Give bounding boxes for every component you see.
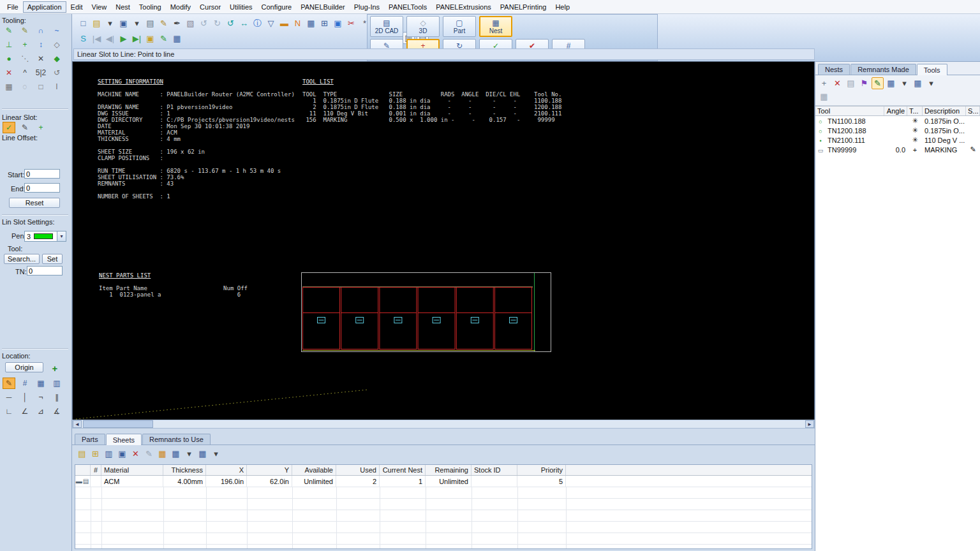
print-icon[interactable]: ▤ — [144, 17, 156, 29]
tool-row[interactable]: ○ TN1200.188 ✳ 0.1875in O... — [815, 126, 980, 135]
arc-slot-icon[interactable]: ∩ — [34, 25, 47, 36]
header-thickness[interactable]: Thickness — [163, 465, 206, 475]
header-type[interactable]: T... — [907, 107, 923, 115]
grid-fine-icon[interactable]: ▦ — [34, 378, 47, 389]
menu-view[interactable]: View — [87, 1, 112, 13]
sheet-view-arrow-icon[interactable]: ▾ — [183, 448, 195, 460]
sheet-group-icon[interactable]: ▦ — [197, 448, 209, 460]
set-tool-button[interactable]: Set — [42, 254, 63, 264]
pen-select[interactable]: 3 ▾ — [24, 231, 66, 242]
rotate-ccw-icon[interactable]: ↺ — [225, 17, 237, 29]
slot-pencil-alt-icon[interactable]: ✎ — [19, 25, 31, 36]
tab-remnants-to-use[interactable]: Remnants to Use — [142, 434, 211, 444]
tab-sheets[interactable]: Sheets — [106, 434, 142, 445]
header-x[interactable]: X — [206, 465, 247, 475]
point-tool-icon[interactable]: ● — [3, 53, 15, 64]
menu-panelextrusions[interactable]: PANELExtrusions — [431, 1, 496, 13]
header-tool[interactable]: Tool — [815, 107, 884, 115]
delete-tool-icon[interactable]: ✕ — [831, 77, 843, 89]
table-tool-icon[interactable]: ▦ — [171, 33, 183, 45]
info-icon[interactable]: ⓘ — [251, 17, 264, 29]
tool-filter-arrow-icon[interactable]: ▾ — [925, 77, 937, 89]
appbtn-2d-cad[interactable]: ▤2D CAD — [370, 16, 403, 37]
filter-icon[interactable]: ▽ — [265, 17, 277, 29]
slot-pencil-icon[interactable]: ✎ — [3, 25, 15, 36]
tool-row[interactable]: • TN2100.111 ✳ 110 Deg V ... — [815, 135, 980, 145]
menu-utilities[interactable]: Utilities — [225, 1, 256, 13]
menu-help[interactable]: Help — [551, 1, 574, 13]
header-angle[interactable]: Angle — [884, 107, 907, 115]
peak-tool-icon[interactable]: ^ — [19, 67, 31, 78]
edit-pencil-icon[interactable]: ✎ — [158, 17, 170, 29]
header-material[interactable]: Material — [101, 465, 163, 475]
nav-prev-icon[interactable]: ◀| — [104, 33, 116, 45]
menu-panelprinting[interactable]: PANELPrinting — [496, 1, 551, 13]
diamond-tool-icon[interactable]: ◆ — [50, 53, 63, 64]
diamond-slot-icon[interactable]: ◇ — [50, 39, 63, 50]
sheet-view-icon[interactable]: ▦ — [170, 448, 182, 460]
header-num[interactable]: # — [91, 465, 101, 475]
tn-input[interactable] — [27, 266, 63, 276]
nest-letter-icon[interactable]: N — [292, 17, 304, 29]
window-icon[interactable]: ▣ — [332, 17, 344, 29]
header-description[interactable]: Description — [923, 107, 966, 115]
sheet-color-icon[interactable]: ▦ — [156, 448, 168, 460]
scrollbar-thumb[interactable] — [83, 420, 153, 428]
stamp-icon[interactable]: ▧ — [184, 17, 197, 29]
undo-icon[interactable]: ↺ — [198, 17, 210, 29]
menu-tooling[interactable]: Tooling — [135, 1, 166, 13]
parallel-lines-icon[interactable]: ∥ — [50, 392, 63, 403]
menu-nest[interactable]: Nest — [111, 1, 135, 13]
menu-plug-ins[interactable]: Plug-Ins — [350, 1, 384, 13]
new-sheet-icon[interactable]: ⊞ — [89, 448, 101, 460]
pen-green-icon[interactable]: ✎ — [158, 33, 170, 45]
edit-slot-icon[interactable]: ✎ — [19, 122, 31, 133]
grid-shade-icon[interactable]: ▥ — [50, 378, 63, 389]
tool-preview-icon[interactable]: ▦ — [818, 91, 830, 103]
header-s[interactable]: S... — [966, 107, 980, 115]
tool-row[interactable]: ▭ TN99999 0.0 + MARKING ✎ — [815, 145, 980, 154]
grid-snap-icon[interactable]: # — [19, 378, 31, 389]
circle-tool-icon[interactable]: ◌ — [19, 81, 31, 92]
spline-tool-icon[interactable]: S — [77, 33, 89, 45]
draw-tooling-icon[interactable]: ✎ — [872, 77, 884, 89]
menu-cursor[interactable]: Cursor — [195, 1, 225, 13]
corner-line-icon[interactable]: ¬ — [34, 392, 47, 403]
scroll-right-icon[interactable]: ► — [805, 420, 814, 428]
copy-sheet-icon[interactable]: ▣ — [116, 448, 128, 460]
header-priority[interactable]: Priority — [517, 465, 566, 475]
flag-tool-icon[interactable]: ⚑ — [858, 77, 870, 89]
square-tool-icon[interactable]: □ — [34, 81, 47, 92]
menu-paneltools[interactable]: PANELTools — [384, 1, 431, 13]
appbtn-part[interactable]: ▢Part — [443, 16, 476, 37]
sheet-row[interactable]: ▬▤ ACM 4.00mm 196.0in 62.0in Unlimited 2… — [75, 476, 812, 487]
frame-tool-icon[interactable]: ▣ — [144, 33, 156, 45]
tab-parts[interactable]: Parts — [75, 434, 105, 444]
horizontal-line-icon[interactable]: ─ — [3, 392, 15, 403]
origin-pencil-icon[interactable]: ✎ — [3, 378, 15, 389]
menu-file[interactable]: File — [3, 1, 23, 13]
tool-edit-icon[interactable]: ✎ — [966, 145, 980, 154]
add-tool-icon[interactable]: + — [818, 77, 830, 89]
accept-slot-icon[interactable]: ✓ — [3, 122, 15, 133]
menu-application[interactable]: Application — [23, 1, 66, 13]
header-remaining[interactable]: Remaining — [426, 465, 471, 475]
vertical-slot-icon[interactable]: ↕ — [34, 39, 47, 50]
nav-first-icon[interactable]: |◀ — [91, 33, 103, 45]
menu-panelbuilder[interactable]: PANELBuilder — [296, 1, 350, 13]
nav-next-icon[interactable]: ▶ — [117, 33, 130, 45]
open-sheet-icon[interactable]: ▤ — [76, 448, 88, 460]
start-input[interactable] — [24, 169, 60, 179]
angle-90-icon[interactable]: ∟ — [3, 406, 15, 417]
edit-sheet-icon[interactable]: ▥ — [103, 448, 115, 460]
grid-tool-icon[interactable]: ▦ — [3, 81, 15, 92]
angle-tool-icon[interactable]: ∠ — [19, 406, 31, 417]
sheet-grid-icon[interactable]: ⊞ — [318, 17, 330, 29]
end-input[interactable] — [24, 183, 60, 193]
save-dropdown-icon[interactable]: ▾ — [131, 17, 143, 29]
ratio-tool-icon[interactable]: 5|2 — [34, 67, 47, 78]
header-current-nest[interactable]: Current Nest — [380, 465, 426, 475]
save-icon[interactable]: ▣ — [117, 17, 130, 29]
sheet-group-arrow-icon[interactable]: ▾ — [210, 448, 222, 460]
dotted-tool-icon[interactable]: ⋱ — [19, 53, 31, 64]
